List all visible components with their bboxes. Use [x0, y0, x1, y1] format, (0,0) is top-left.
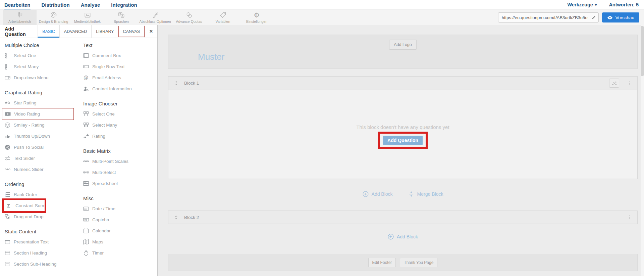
toolbar-item-arbeitsbereich[interactable]: Arbeitsbereich — [3, 10, 37, 25]
question-type-text-slider[interactable]: Text Slider — [2, 153, 78, 164]
tab-canvas[interactable]: CANVAS — [118, 26, 145, 37]
question-type-push-to-social[interactable]: Push To Social — [2, 142, 78, 153]
question-type-select-one[interactable]: Select One — [80, 108, 156, 120]
question-type-date-time[interactable]: Date / Time — [80, 203, 156, 214]
scrollbar-thumb[interactable] — [641, 26, 644, 76]
single-row-text-icon — [83, 64, 89, 70]
eye-icon — [607, 15, 613, 19]
tab-basic[interactable]: BASIC — [38, 25, 59, 38]
radio-list-icon — [5, 53, 10, 58]
add-block-button[interactable]: Add Block — [363, 191, 393, 197]
question-type-captcha[interactable]: icgCaptcha — [80, 214, 156, 225]
nav-tab-integration[interactable]: Integration — [111, 0, 137, 9]
comment-box-icon — [83, 53, 89, 58]
nav-tab-distribution[interactable]: Distribution — [42, 0, 70, 9]
expand-block-icon[interactable] — [174, 215, 179, 220]
question-type-thumbs-up-down[interactable]: Thumbs Up/Down — [2, 131, 78, 142]
block-1: Block 1 This block doesn't have any ques… — [168, 76, 638, 179]
question-type-spreadsheet[interactable]: Spreadsheet — [80, 178, 156, 189]
block-1-header: Block 1 — [168, 77, 637, 90]
close-panel-icon[interactable]: ✕ — [145, 25, 157, 38]
randomize-questions-icon[interactable] — [609, 79, 619, 88]
presentation-text-icon — [5, 239, 10, 245]
survey-url-box — [498, 12, 599, 22]
question-type-select-one[interactable]: Select One — [2, 50, 78, 61]
dropdown-icon — [5, 75, 10, 81]
merge-block-button[interactable]: Merge Block — [408, 191, 443, 197]
add-logo-button[interactable]: Add Logo — [389, 40, 417, 50]
question-type-presentation-text[interactable]: Presentation Text — [2, 236, 78, 247]
svg-text:Σ: Σ — [7, 203, 10, 209]
question-type-constant-sum[interactable]: ΣConstant Sum — [2, 198, 46, 213]
question-section-text: TextComment BoxSingle Row Text@Email Add… — [80, 41, 156, 94]
numeric-slider-icon — [5, 167, 10, 172]
add-block-button-2[interactable]: Add Block — [388, 234, 418, 240]
question-type-section-sub-heading[interactable]: Section Sub-Heading — [2, 259, 78, 270]
preview-button[interactable]: Vorschau — [602, 12, 639, 22]
question-type-email-address[interactable]: @Email Address — [80, 72, 156, 83]
image-select-one-icon — [83, 111, 89, 117]
question-section-misc: MiscDate / TimeicgCaptchaCalendarMapsTim… — [80, 194, 156, 259]
toolbar-item-sprachen[interactable]: Sprachen — [104, 10, 138, 25]
toolbar-item-design-branding[interactable]: Design & Branding — [37, 10, 70, 25]
question-section-image-chooser: Image ChooserSelect OneSelect ManyRating — [80, 99, 156, 142]
question-type-drop-down-menu[interactable]: Drop-down Menu — [2, 72, 78, 83]
responses-count[interactable]: Antworten: 5 — [609, 2, 639, 7]
collapse-block-icon[interactable] — [174, 81, 179, 86]
toolbar-item-advance-quotas[interactable]: Advance-Quotas — [172, 10, 206, 25]
edit-footer-button[interactable]: Edit Footer — [368, 258, 396, 267]
section-title: Static Content — [2, 227, 78, 236]
question-type-timer[interactable]: Timer — [80, 247, 156, 259]
survey-footer-card: Edit Footer Thank You Page — [168, 254, 638, 271]
calendar-icon — [83, 228, 89, 234]
tools-menu-button[interactable]: Werkzeuge ▾ — [568, 2, 597, 7]
smiley-icon — [5, 122, 10, 128]
toolbar-item-einstellungen[interactable]: ⚙Einstellungen — [240, 10, 274, 25]
multiselect-icon — [83, 170, 89, 175]
plus-circle-icon — [363, 191, 369, 197]
block-menu-icon[interactable] — [627, 215, 632, 220]
add-question-button[interactable]: Add Question — [383, 136, 423, 145]
block-menu-icon[interactable] — [627, 81, 632, 86]
toolbar-item-abschluss-optionen[interactable]: Abschluss-Optionen — [138, 10, 172, 25]
section-title: Basic Matrix — [80, 146, 156, 156]
question-type-section-heading[interactable]: Section Heading — [2, 247, 78, 259]
question-type-smiley-rating[interactable]: Smiley - Rating — [2, 120, 78, 131]
question-type-video-rating[interactable]: Video Rating — [2, 108, 74, 120]
question-type-single-row-text[interactable]: Single Row Text — [80, 61, 156, 72]
tab-advanced[interactable]: ADVANCED — [59, 25, 92, 38]
panel-tabs: BASICADVANCEDLIBRARYCANVAS — [38, 25, 145, 38]
question-type-comment-box[interactable]: Comment Box — [80, 50, 156, 61]
survey-url-input[interactable] — [498, 12, 599, 22]
section-title: Multiple Choice — [2, 41, 78, 50]
timer-icon — [83, 250, 89, 256]
question-type-drag-and-drop[interactable]: Drag and Drop — [2, 211, 78, 222]
edit-url-icon[interactable] — [591, 15, 596, 20]
question-type-multi-select[interactable]: Multi-Select — [80, 167, 156, 178]
empty-block-text: This block doesn't have any questions ye… — [356, 124, 449, 130]
thank-you-page-button[interactable]: Thank You Page — [400, 258, 437, 267]
block-2-name[interactable]: Block 2 — [184, 215, 199, 220]
question-type-maps[interactable]: Maps — [80, 236, 156, 247]
question-type-contact-information[interactable]: Contact Information — [80, 83, 156, 94]
question-type-select-many[interactable]: Select Many — [2, 61, 78, 72]
nav-tab-bearbeiten[interactable]: Bearbeiten — [4, 0, 31, 9]
tab-library[interactable]: LIBRARY — [91, 25, 118, 38]
question-type-rating[interactable]: Rating — [80, 131, 156, 142]
question-type-calendar[interactable]: Calendar — [80, 225, 156, 236]
question-type-select-many[interactable]: Select Many — [80, 120, 156, 131]
nav-tab-analyse[interactable]: Analyse — [81, 0, 100, 9]
question-type-multi-point-scales[interactable]: Multi-Point Scales — [80, 156, 156, 167]
block-1-name[interactable]: Block 1 — [184, 81, 199, 86]
merge-block-label: Merge Block — [417, 191, 443, 197]
block-1-actions — [609, 79, 632, 88]
toolbar-item-variablen[interactable]: Variablen — [206, 10, 240, 25]
top-nav: BearbeitenDistributionAnalyseIntegration… — [0, 0, 644, 9]
question-type-numeric-slider[interactable]: Numeric Slider — [2, 164, 78, 175]
question-type-star-rating[interactable]: Star Rating — [2, 97, 78, 108]
survey-title[interactable]: Muster — [198, 52, 224, 62]
block-actions-row: Add Block Merge Block — [168, 189, 638, 199]
toolbar-item-medienbibliothek[interactable]: Medienbibliothek — [70, 10, 104, 25]
quotas-icon — [185, 11, 193, 19]
drag-drop-icon — [5, 214, 10, 220]
